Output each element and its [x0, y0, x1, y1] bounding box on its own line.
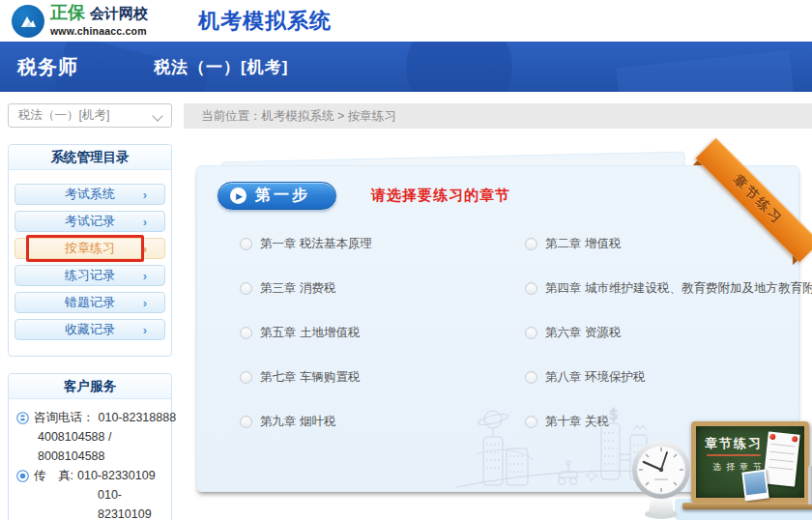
subject-select-value: 税法（一）[机考] — [18, 107, 154, 124]
chapter-option-9[interactable]: 第九章 烟叶税 — [240, 414, 525, 430]
brand-name-primary: 正保 — [50, 3, 85, 22]
chapter-label: 第八章 环境保护税 — [545, 369, 645, 386]
chapter-label: 第四章 城市维护建设税、教育费附加及地方教育附加 — [545, 280, 812, 297]
step-one-label: 第一步 — [255, 186, 310, 206]
chevron-down-icon — [154, 111, 163, 121]
red-pin-icon — [769, 434, 776, 441]
service-body: 咨询电话： 010-82318888 4008104588 / 80081045… — [9, 399, 171, 520]
phone-value-2: 4008104588 / 8008104588 — [38, 427, 164, 466]
subject-name: 税法（一）[机考] — [154, 56, 288, 78]
sidebar-item-favorites-records[interactable]: 收藏记录 — [14, 319, 165, 340]
chevron-right-icon — [143, 296, 147, 310]
radio-icon[interactable] — [525, 238, 537, 250]
exam-simulation-page: 正保 会计网校 www.chinaacc.com 机考模拟系统 税务师 税法（一… — [0, 0, 812, 520]
menu-item-label: 考试记录 — [65, 213, 115, 230]
menu-item-label: 按章练习 — [65, 240, 115, 257]
radio-icon[interactable] — [525, 327, 537, 339]
sidebar-item-chapter-practice[interactable]: 按章练习 — [14, 238, 165, 259]
menu-item-label: 收藏记录 — [65, 321, 115, 338]
chapter-label: 第七章 车辆购置税 — [260, 369, 360, 386]
logo-text: 正保 会计网校 www.chinaacc.com — [50, 4, 148, 39]
menu-list: 考试系统 考试记录 按章练习 练习记录 — [9, 170, 171, 356]
chevron-right-icon — [143, 242, 147, 256]
chapter-label: 第二章 增值税 — [545, 236, 621, 252]
radio-icon[interactable] — [240, 238, 252, 250]
menu-panel-title: 系统管理目录 — [9, 145, 171, 170]
chapter-practice-panel: 第一步 请选择要练习的章节 第一章 税法基本原理 第二章 增值税 第三章 消费税… — [196, 165, 799, 492]
chevron-right-icon — [143, 215, 147, 229]
chapter-label: 第一章 税法基本原理 — [260, 236, 372, 252]
chapter-label: 第五章 土地增值税 — [260, 325, 360, 341]
chevron-right-icon — [143, 323, 147, 337]
phone-value: 010-82318888 — [99, 408, 177, 427]
fax-value-2: 010-82310109 — [98, 485, 164, 520]
chapter-label: 第十章 关税 — [545, 414, 609, 430]
service-panel-title: 客户服务 — [9, 374, 171, 399]
chapter-label: 第三章 消费税 — [260, 280, 335, 297]
pinned-photo — [741, 470, 768, 502]
banner-decoration — [616, 50, 795, 92]
menu-item-label: 练习记录 — [65, 267, 115, 284]
alarm-clock — [626, 437, 696, 520]
fax-value: 010-82330109 — [77, 466, 156, 485]
step-one-button[interactable]: 第一步 — [218, 182, 336, 210]
chapter-list: 第一章 税法基本原理 第二章 增值税 第三章 消费税 第四章 城市维护建设税、教… — [240, 236, 798, 430]
sidebar-item-exam-records[interactable]: 考试记录 — [14, 211, 165, 232]
chapter-label: 第九章 烟叶税 — [260, 414, 335, 430]
logo-icon — [12, 5, 44, 38]
radio-icon[interactable] — [240, 371, 252, 384]
site-logo[interactable]: 正保 会计网校 www.chinaacc.com — [12, 4, 148, 39]
chapter-option-1[interactable]: 第一章 税法基本原理 — [240, 236, 525, 252]
sidebar-item-practice-records[interactable]: 练习记录 — [14, 265, 165, 286]
site-url: www.chinaacc.com — [50, 25, 147, 37]
sidebar-item-exam-system[interactable]: 考试系统 — [14, 184, 165, 205]
customer-service-panel: 客户服务 咨询电话： 010-82318888 4008104588 / 800… — [8, 373, 172, 520]
subject-banner: 税务师 税法（一）[机考] — [0, 42, 812, 92]
chevron-right-icon — [143, 188, 147, 202]
chapter-option-8[interactable]: 第八章 环境保护税 — [525, 369, 812, 386]
chapter-option-4[interactable]: 第四章 城市维护建设税、教育费附加及地方教育附加 — [525, 280, 812, 297]
chalkboard-ledge — [682, 503, 812, 509]
chalkboard-title: 章节练习 — [705, 435, 763, 452]
breadcrumb: 当前位置：机考模拟系统 > 按章练习 — [184, 103, 812, 129]
radio-icon[interactable] — [525, 416, 537, 428]
phone-label: 咨询电话： — [34, 408, 95, 427]
radio-icon[interactable] — [525, 371, 537, 384]
fax-icon — [16, 470, 29, 482]
chapter-option-3[interactable]: 第三章 消费税 — [240, 280, 525, 297]
chapter-practice-artwork: 章节练习 选择章节 — [621, 416, 812, 520]
sidebar-item-wrong-question-records[interactable]: 错题记录 — [14, 292, 165, 313]
gray-radiator-decoration — [808, 466, 812, 505]
play-icon — [230, 188, 246, 204]
top-header: 正保 会计网校 www.chinaacc.com 机考模拟系统 — [0, 0, 812, 42]
instruction-text: 请选择要练习的章节 — [371, 187, 510, 205]
main-content: 当前位置：机考模拟系统 > 按章练习 第一步 请选择要练习的章节 第一章 税法基… — [180, 92, 812, 492]
phone-icon — [16, 412, 29, 424]
radio-icon[interactable] — [240, 327, 252, 339]
radio-icon[interactable] — [240, 282, 252, 295]
sidebar: 税法（一）[机考] 系统管理目录 考试系统 考试记录 — [0, 92, 180, 520]
chapter-label: 第六章 资源税 — [545, 325, 621, 341]
chapter-option-2[interactable]: 第二章 增值税 — [525, 236, 812, 252]
brand-name-secondary: 会计网校 — [90, 5, 148, 21]
menu-item-label: 考试系统 — [65, 186, 115, 203]
chapter-option-6[interactable]: 第六章 资源税 — [525, 325, 812, 341]
pinned-note — [763, 431, 799, 486]
subject-select-dropdown[interactable]: 税法（一）[机考] — [8, 103, 172, 128]
system-title: 机考模拟系统 — [198, 7, 332, 36]
radio-icon[interactable] — [525, 282, 537, 295]
system-menu-panel: 系统管理目录 考试系统 考试记录 按章练习 — [8, 144, 172, 357]
menu-item-label: 错题记录 — [65, 294, 115, 311]
mountain-logo-glyph — [17, 11, 39, 32]
chapter-option-5[interactable]: 第五章 土地增值税 — [240, 325, 525, 341]
red-pin-icon — [792, 436, 798, 443]
chalkboard: 章节练习 选择章节 — [691, 421, 809, 503]
exam-name: 税务师 — [17, 54, 78, 80]
banner-decoration — [406, 42, 512, 92]
fax-label: 传 真: — [34, 466, 73, 485]
radio-icon[interactable] — [240, 416, 252, 428]
chapter-option-7[interactable]: 第七章 车辆购置税 — [240, 369, 525, 386]
chevron-right-icon — [143, 269, 147, 283]
